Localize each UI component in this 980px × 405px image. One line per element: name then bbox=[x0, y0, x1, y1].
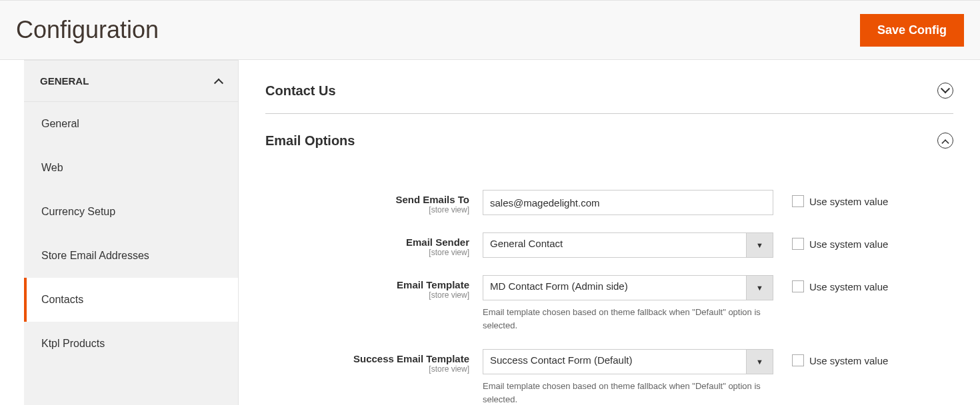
field-scope: [store view] bbox=[265, 364, 469, 374]
select-value: MD Contact Form (Admin side) bbox=[483, 276, 746, 300]
use-system-value-label[interactable]: Use system value bbox=[809, 238, 888, 250]
field-label: Send Emails To bbox=[265, 194, 469, 205]
email-options-fieldset: Send Emails To [store view] Use system v… bbox=[265, 190, 953, 405]
use-system-value-checkbox[interactable] bbox=[792, 195, 804, 207]
sidebar-item-ktpl-products[interactable]: Ktpl Products bbox=[24, 322, 238, 366]
chevron-down-icon: ▼ bbox=[746, 276, 773, 300]
page-title: Configuration bbox=[16, 16, 159, 44]
field-row-email-sender: Email Sender [store view] General Contac… bbox=[265, 232, 953, 258]
collapse-icon bbox=[937, 133, 953, 149]
field-label: Email Template bbox=[265, 279, 469, 290]
field-scope: [store view] bbox=[265, 290, 469, 300]
use-system-value-label[interactable]: Use system value bbox=[809, 196, 888, 207]
field-label: Email Sender bbox=[265, 236, 469, 248]
field-scope: [store view] bbox=[265, 205, 469, 214]
sidebar-item-general[interactable]: General bbox=[24, 102, 238, 146]
field-label: Success Email Template bbox=[265, 353, 469, 364]
chevron-up-icon bbox=[215, 78, 222, 85]
select-value: Success Contact Form (Default) bbox=[483, 350, 746, 374]
field-help: Email template chosen based on theme fal… bbox=[483, 306, 773, 332]
success-email-template-select[interactable]: Success Contact Form (Default) ▼ bbox=[483, 349, 773, 374]
sidebar-group-label: GENERAL bbox=[40, 75, 89, 87]
section-header-contact-us[interactable]: Contact Us bbox=[265, 76, 953, 114]
expand-icon bbox=[937, 83, 953, 99]
use-system-value-checkbox[interactable] bbox=[792, 238, 804, 250]
field-row-success-email-template: Success Email Template [store view] Succ… bbox=[265, 349, 953, 405]
section-header-email-options[interactable]: Email Options bbox=[265, 126, 953, 163]
use-system-value-checkbox[interactable] bbox=[792, 354, 804, 366]
field-row-email-template: Email Template [store view] MD Contact F… bbox=[265, 275, 953, 332]
field-scope: [store view] bbox=[265, 248, 469, 257]
sidebar-item-contacts[interactable]: Contacts bbox=[24, 278, 238, 322]
sidebar-item-store-email-addresses[interactable]: Store Email Addresses bbox=[24, 234, 238, 278]
sidebar-item-web[interactable]: Web bbox=[24, 146, 238, 190]
save-config-button[interactable]: Save Config bbox=[860, 14, 964, 47]
email-template-select[interactable]: MD Contact Form (Admin side) ▼ bbox=[483, 275, 773, 300]
sidebar-group-general[interactable]: GENERAL bbox=[24, 60, 238, 102]
section-title: Contact Us bbox=[265, 83, 336, 99]
page-header: Configuration Save Config bbox=[0, 0, 980, 60]
section-title: Email Options bbox=[265, 133, 355, 149]
use-system-value-label[interactable]: Use system value bbox=[809, 355, 888, 366]
field-help: Email template chosen based on theme fal… bbox=[483, 380, 773, 405]
sidebar-item-currency-setup[interactable]: Currency Setup bbox=[24, 190, 238, 234]
config-content: Contact Us Email Options Send Emails To … bbox=[239, 60, 980, 405]
send-emails-to-input[interactable] bbox=[483, 190, 773, 215]
use-system-value-label[interactable]: Use system value bbox=[809, 281, 888, 292]
field-row-send-emails-to: Send Emails To [store view] Use system v… bbox=[265, 190, 953, 215]
config-sidebar: GENERAL General Web Currency Setup Store… bbox=[24, 60, 239, 405]
use-system-value-checkbox[interactable] bbox=[792, 280, 804, 292]
email-sender-select[interactable]: General Contact ▼ bbox=[483, 232, 773, 258]
chevron-down-icon: ▼ bbox=[746, 350, 773, 374]
chevron-down-icon: ▼ bbox=[746, 233, 773, 257]
select-value: General Contact bbox=[483, 233, 746, 257]
